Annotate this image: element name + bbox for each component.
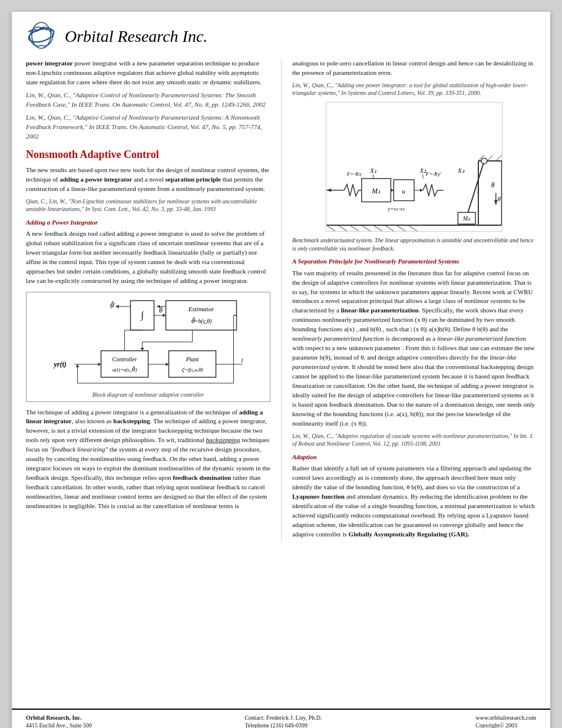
- svg-marker-63: [326, 189, 331, 192]
- page: Orbital Research Inc. power integrator p…: [12, 12, 550, 728]
- svg-text:l: l: [477, 186, 480, 195]
- svg-text:Plant: Plant: [186, 356, 199, 363]
- subsection3-para: Rather than identify a full set of syste…: [292, 464, 536, 539]
- svg-point-78: [481, 158, 487, 164]
- svg-rect-15: [101, 351, 148, 377]
- svg-text:X₂: X₂: [419, 167, 427, 174]
- footer-website: www.orbitalresearch.com: [475, 714, 536, 721]
- right-citation-1: Lin, W., Qian, C., "Adding one power int…: [292, 81, 536, 97]
- power-integrator-bold: power integrator: [26, 60, 73, 67]
- svg-line-46: [350, 225, 359, 231]
- subsection2-para: The vast majority of results presented i…: [292, 269, 536, 429]
- section-title: Nonsmooth Adaptive Control: [26, 147, 270, 162]
- svg-line-56: [487, 155, 493, 161]
- svg-marker-69: [420, 189, 423, 192]
- block-diagram: Estimator θ̂=h(ς,θ) ∫ θ̂˙ θ̂: [26, 292, 270, 402]
- footer-address1: 4415 Euclid Ave., Suite 500: [26, 722, 92, 728]
- benchmark-figure: M₁ F=-Kx u: [292, 102, 536, 252]
- right-citation-2: Lin, W., Qian, C., "Adaptive regulation …: [292, 432, 536, 448]
- footer-phone: Telephone (216) 649-0399: [244, 722, 323, 728]
- svg-point-1: [32, 22, 51, 48]
- company-logo-icon: [24, 19, 59, 54]
- svg-marker-9: [116, 305, 119, 308]
- svg-text:y=x₁-x₂: y=x₁-x₂: [387, 206, 405, 212]
- right-intro: analogous to pole-zero cancellation in l…: [292, 59, 536, 78]
- subsection3-title: Adaption: [292, 453, 536, 462]
- footer-company: Orbital Research, Inc.: [26, 714, 92, 721]
- footer-copyright: Copyright© 2003: [475, 722, 536, 728]
- citation-2: Lin, W., Qian, C., "Adaptive Control of …: [26, 113, 270, 141]
- svg-text:u(t)=u(ς,θ̂): u(t)=u(ς,θ̂): [113, 365, 137, 373]
- benchmark-caption: Benchmark underactuated system. The line…: [292, 236, 536, 252]
- svg-text:g: g: [498, 194, 501, 201]
- svg-text:M₂: M₂: [462, 215, 471, 222]
- svg-text:M₁: M₁: [371, 186, 381, 195]
- para-after-diagram: The technique of adding a power integrat…: [26, 408, 270, 511]
- citation-1: Lin, W., Qian, C., "Adaptive Control of …: [26, 91, 270, 110]
- section-intro: The new results are based upon two new t…: [26, 166, 270, 194]
- footer-contact-col: Contact: Frederick J. Lisy, Ph.D. Teleph…: [244, 714, 323, 728]
- footer: Orbital Research, Inc. 4415 Euclid Ave.,…: [12, 709, 550, 728]
- svg-line-44: [326, 225, 335, 231]
- header: Orbital Research Inc.: [12, 12, 550, 59]
- logo-area: Orbital Research Inc.: [24, 19, 207, 54]
- svg-rect-18: [169, 351, 216, 377]
- svg-line-48: [373, 225, 382, 231]
- subsection2-title: A Separation Principle for Nonlinearly P…: [292, 257, 536, 266]
- left-column: power integrator power integrator with a…: [26, 59, 281, 542]
- right-column: analogous to pole-zero cancellation in l…: [281, 59, 536, 542]
- svg-text:X₁: X₁: [369, 167, 376, 174]
- svg-line-51: [408, 225, 417, 231]
- svg-text:u: u: [402, 187, 405, 194]
- intro-block: power integrator power integrator with a…: [26, 59, 270, 141]
- svg-line-77: [467, 161, 484, 216]
- svg-text:θ̂˙: θ̂˙: [110, 301, 116, 309]
- svg-text:F=-Kx: F=-Kx: [346, 171, 361, 177]
- svg-line-45: [338, 225, 347, 231]
- footer-address-col: Orbital Research, Inc. 4415 Euclid Ave.,…: [26, 714, 92, 728]
- svg-line-50: [396, 225, 405, 231]
- svg-line-57: [496, 155, 502, 161]
- svg-text:Controller: Controller: [113, 356, 137, 363]
- svg-marker-35: [76, 364, 80, 367]
- svg-text:F=-Ky': F=-Ky': [425, 171, 442, 177]
- svg-text:l: l: [242, 357, 243, 364]
- subsection1-para1: A new feedback design tool called adding…: [26, 229, 270, 286]
- svg-text:yr(t): yr(t): [53, 360, 67, 368]
- footer-contact: Contact: Frederick J. Lisy, Ph.D.: [244, 714, 323, 721]
- svg-text:ς̇=f(ς,u,θ): ς̇=f(ς,u,θ): [181, 367, 203, 373]
- content-area: power integrator power integrator with a…: [12, 59, 550, 542]
- intro-para: power integrator power integrator with a…: [26, 59, 270, 87]
- svg-text:θ: θ: [491, 181, 495, 189]
- footer-web-col: www.orbitalresearch.com Copyright© 2003 …: [475, 714, 536, 728]
- svg-text:θ̂=h(ς,θ): θ̂=h(ς,θ): [191, 317, 213, 325]
- svg-line-47: [362, 225, 371, 231]
- diagram-caption: Block diagram of nonlinear adaptive cont…: [29, 391, 267, 399]
- svg-text:X₃: X₃: [457, 167, 465, 174]
- svg-text:Estimator: Estimator: [188, 305, 214, 312]
- svg-line-49: [385, 225, 394, 231]
- section-citation: Qian, C., Lin, W., "Non-Lipschitz contin…: [26, 197, 270, 213]
- subsection1-title: Adding a Power Integrator: [26, 218, 270, 227]
- company-name: Orbital Research Inc.: [65, 27, 207, 46]
